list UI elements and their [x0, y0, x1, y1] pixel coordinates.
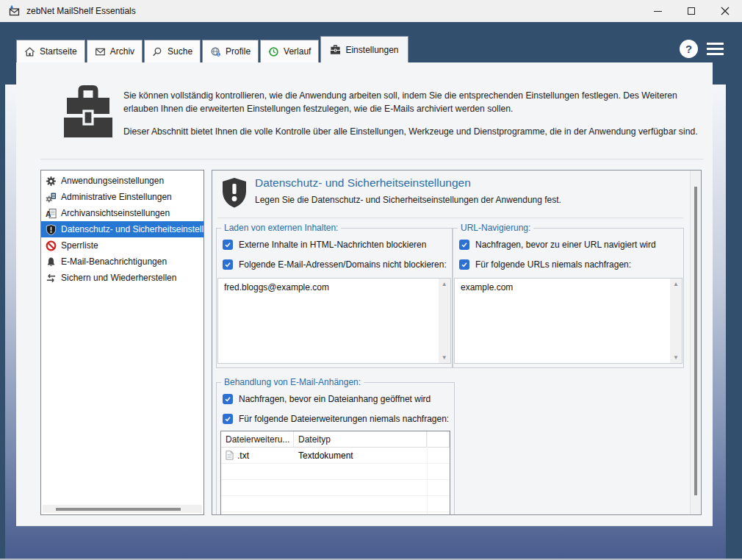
- block-icon: [45, 240, 57, 251]
- intro-paragraph-1: Sie können vollständig kontrollieren, wi…: [123, 89, 711, 115]
- sidebar-item-archivansichtseinstellungen[interactable]: A Archivansichtseinstellungen: [41, 205, 203, 221]
- table-row-empty: [221, 512, 450, 515]
- textarea-scrollbar[interactable]: [670, 279, 682, 363]
- app-logo-icon: [8, 5, 21, 18]
- search-icon: [152, 46, 163, 57]
- group-legend: URL-Navigierung:: [458, 223, 533, 233]
- checkbox-block-external-content[interactable]: Externe Inhalte in HTML-Nachrichten bloc…: [223, 240, 447, 250]
- sidebar-item-label: Sperrliste: [61, 240, 98, 251]
- tab-archiv[interactable]: Archiv: [87, 40, 143, 62]
- extension-table: Dateierweiteru... Dateityp: [220, 431, 450, 515]
- checkbox-checked[interactable]: [459, 240, 469, 250]
- check-icon: [224, 241, 231, 248]
- checkbox-ask-before-url[interactable]: Nachfragen, bevor zu einer URL navigiert…: [459, 240, 678, 250]
- window-title: zebNet MailShelf Essentials: [26, 6, 136, 16]
- checkbox-label: Nachfragen, bevor ein Dateianhang geöffn…: [239, 394, 431, 404]
- group-attachments: Behandlung von E-Mail-Anhängen: Nachfrag…: [216, 377, 455, 515]
- tab-label: Suche: [168, 46, 192, 57]
- tab-verlauf[interactable]: Verlauf: [260, 40, 319, 62]
- sidebar-item-email-benachrichtigungen[interactable]: E-Mail-Benachrichtigungen: [41, 254, 203, 270]
- checkbox-ask-before-attachment[interactable]: Nachfragen, bevor ein Dateianhang geöffn…: [223, 394, 449, 404]
- textarea-value: fred.bloggs@example.com: [218, 279, 450, 296]
- sidebar-item-label: Sichern und Wiederherstellen: [61, 273, 176, 283]
- title-bar: zebNet MailShelf Essentials: [0, 0, 742, 22]
- envelope-icon: [95, 46, 106, 57]
- scroll-down-icon[interactable]: [670, 354, 682, 361]
- tab-startseite[interactable]: Startseite: [16, 40, 85, 62]
- settings-intro: Sie können vollständig kontrollieren, wi…: [123, 89, 711, 138]
- checkbox-checked[interactable]: [223, 259, 233, 270]
- privacy-security-panel: Datenschutz- und Sicherheitseinstellunge…: [212, 170, 702, 515]
- sidebar-item-label: Administrative Einstellungen: [61, 192, 172, 202]
- close-button[interactable]: [708, 0, 742, 22]
- table-row-empty: [221, 464, 450, 480]
- panel-vertical-scrollbar[interactable]: [690, 170, 701, 514]
- tab-label: Archiv: [110, 46, 134, 57]
- column-header-extension[interactable]: Dateierweiteru...: [221, 431, 294, 447]
- group-legend: Laden von externen Inhalten:: [221, 223, 341, 233]
- settings-page: Sie können vollständig kontrollieren, wi…: [16, 62, 713, 526]
- tab-profile[interactable]: Profile: [202, 40, 259, 62]
- divider: [217, 218, 683, 218]
- toolbox-large-icon: [62, 85, 115, 143]
- sidebar-item-sichern-wiederherstellen[interactable]: Sichern und Wiederherstellen: [41, 270, 203, 286]
- divider: [40, 159, 704, 159]
- tab-label: Startseite: [40, 46, 77, 57]
- checkbox-label: Für folgende URLs niemals nachfragen:: [475, 259, 631, 270]
- table-header-row: Dateierweiteru... Dateityp: [221, 431, 450, 448]
- check-icon: [224, 261, 231, 268]
- minimize-button[interactable]: [641, 0, 674, 22]
- checkbox-label: Folgende E-Mail-Adressen/Domains nicht b…: [239, 259, 447, 270]
- scrollbar-thumb[interactable]: [56, 508, 181, 511]
- sidebar-item-label: E-Mail-Benachrichtigungen: [61, 256, 167, 267]
- tab-label: Verlauf: [284, 46, 311, 57]
- checkbox-label: Externe Inhalte in HTML-Nachrichten bloc…: [239, 240, 426, 250]
- sidebar-item-label: Archivansichtseinstellungen: [61, 208, 170, 218]
- table-row[interactable]: .txt Textdokument: [221, 448, 450, 464]
- checkbox-whitelist-domains[interactable]: Folgende E-Mail-Adressen/Domains nicht b…: [223, 259, 447, 270]
- tab-einstellungen[interactable]: Einstellungen: [320, 36, 408, 62]
- intro-paragraph-2: Dieser Abschnitt bietet Ihnen die volle …: [123, 125, 711, 138]
- sidebar-item-label: Anwendungseinstellungen: [61, 176, 164, 186]
- help-icon: ?: [685, 43, 692, 55]
- scroll-up-icon[interactable]: [439, 281, 450, 287]
- sync-icon: [45, 272, 57, 284]
- sidebar-item-anwendungseinstellungen[interactable]: Anwendungseinstellungen: [41, 173, 203, 189]
- table-row-empty: [221, 480, 450, 496]
- admin-gear-icon: [45, 191, 57, 203]
- checkbox-label: Nachfragen, bevor zu einer URL navigiert…: [475, 240, 656, 250]
- textarea-scrollbar[interactable]: [439, 279, 450, 363]
- menu-button[interactable]: [707, 43, 724, 55]
- checkbox-extension-whitelist[interactable]: Für folgende Dateierweiterungen niemals …: [223, 414, 449, 424]
- tab-label: Einstellungen: [345, 45, 398, 55]
- checkbox-checked[interactable]: [459, 259, 469, 270]
- tab-label: Profile: [226, 46, 251, 57]
- sidebar-item-sperrliste[interactable]: Sperrliste: [41, 237, 203, 254]
- checkbox-checked[interactable]: [223, 414, 233, 424]
- tab-suche[interactable]: Suche: [144, 40, 201, 62]
- shield-large-icon: [222, 177, 247, 209]
- hamburger-icon: [707, 43, 724, 45]
- horizontal-scrollbar[interactable]: [43, 505, 202, 513]
- scrollbar-thumb[interactable]: [694, 187, 697, 495]
- group-legend: Behandlung von E-Mail-Anhängen:: [221, 377, 364, 387]
- checkbox-checked[interactable]: [223, 394, 233, 404]
- scroll-down-icon[interactable]: [439, 354, 450, 361]
- sidebar-item-administrative-einstellungen[interactable]: Administrative Einstellungen: [41, 189, 203, 205]
- window-controls: [641, 0, 742, 22]
- history-icon: [268, 46, 279, 57]
- scroll-up-icon[interactable]: [670, 281, 682, 287]
- maximize-icon: [688, 7, 695, 15]
- minimize-icon: [654, 11, 662, 12]
- domain-whitelist-textarea[interactable]: fred.bloggs@example.com: [217, 278, 451, 364]
- url-whitelist-textarea[interactable]: example.com: [454, 278, 682, 364]
- panel-title: Datenschutz- und Sicherheitseinstellunge…: [255, 176, 471, 190]
- column-header-filetype[interactable]: Dateityp: [294, 431, 427, 447]
- checkbox-checked[interactable]: [223, 240, 233, 250]
- help-button[interactable]: ?: [680, 40, 698, 58]
- sidebar-item-datenschutz-sicherheit[interactable]: Datenschutz- und Sicherheitseinstellunge…: [41, 221, 203, 237]
- globe-users-icon: [210, 46, 221, 57]
- column-header-empty: [427, 431, 450, 447]
- maximize-button[interactable]: [674, 0, 708, 22]
- checkbox-url-whitelist[interactable]: Für folgende URLs niemals nachfragen:: [459, 259, 678, 270]
